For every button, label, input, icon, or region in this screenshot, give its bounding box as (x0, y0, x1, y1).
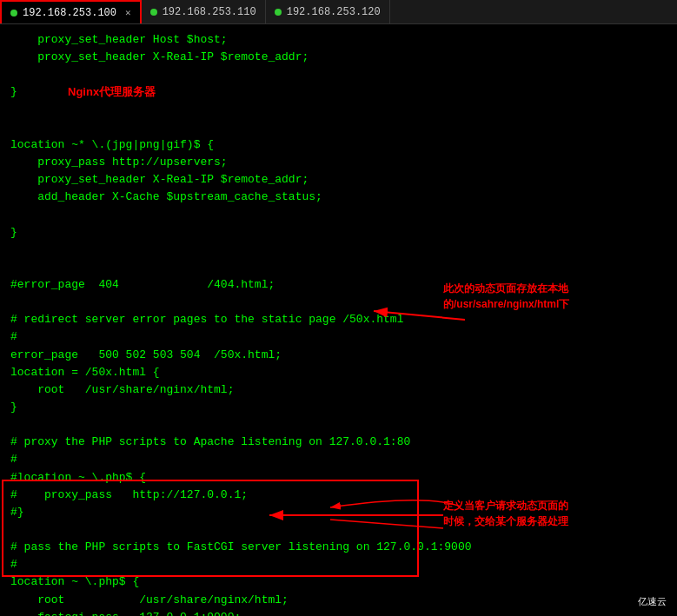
tab-3[interactable]: 192.168.253.120 (266, 0, 390, 23)
tab-dot-1 (10, 10, 17, 17)
tab-label-2: 192.168.253.110 (163, 6, 256, 18)
static-page-annotation: 此次的动态页面存放在本地的/usr/sahre/nginx/html下 (443, 281, 569, 312)
terminal: proxy_set_header Host $host; proxy_set_h… (0, 24, 677, 616)
nginx-annotation: Nginx代理服务器 (68, 83, 156, 101)
watermark: 亿速云 (633, 593, 672, 611)
tab-bar: 192.168.253.100 ✕ 192.168.253.110 192.16… (0, 0, 677, 24)
tab-dot-2 (150, 9, 157, 16)
tab-label-1: 192.168.253.100 (23, 7, 116, 19)
tab-label-3: 192.168.253.120 (287, 6, 381, 18)
tab-2[interactable]: 192.168.253.110 (142, 0, 266, 23)
dynamic-handler-annotation: 定义当客户请求动态页面的时候，交给某个服务器处理 (443, 498, 568, 529)
tab-dot-3 (275, 9, 282, 16)
tab-1[interactable]: 192.168.253.100 ✕ (0, 0, 142, 23)
close-icon-1[interactable]: ✕ (125, 7, 131, 18)
